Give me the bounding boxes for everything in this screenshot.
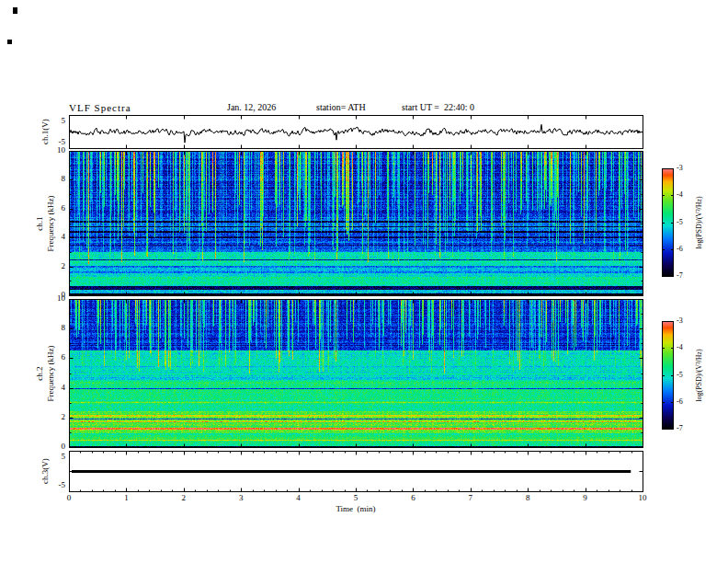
ch2-channel-label: ch.2 xyxy=(35,366,44,380)
tick-label: 8 xyxy=(526,493,530,502)
ch3-waveform-canvas xyxy=(69,451,643,492)
start-ut-label: start UT = 22:40: 0 xyxy=(402,102,474,112)
screen-artifact-1 xyxy=(13,7,17,14)
tick-label: 5 xyxy=(38,116,65,125)
tick-label: 0 xyxy=(38,442,65,451)
tick-label: 4 xyxy=(296,493,301,502)
tick-label: -4 xyxy=(677,343,683,351)
tick-label: 1 xyxy=(124,493,129,502)
tick-label: 7 xyxy=(469,493,473,502)
tick-label: -6 xyxy=(677,397,683,406)
tick-label: 8 xyxy=(38,174,65,183)
tick-label: 9 xyxy=(583,493,587,502)
tick-label: 4 xyxy=(38,383,65,392)
ch1-spectrogram-canvas xyxy=(69,151,643,296)
tick-label: -7 xyxy=(677,424,683,432)
time-axis-label: Time (min) xyxy=(336,504,375,513)
figure-title: VLF Spectra xyxy=(69,102,131,113)
vlf-spectra-figure: VLF Spectra Jan. 12, 2026 station= ATH s… xyxy=(0,0,728,563)
tick-label: 5 xyxy=(354,493,358,502)
station-label: station= ATH xyxy=(316,102,366,112)
screen-artifact-2 xyxy=(7,40,12,44)
tick-label: 10 xyxy=(38,145,65,155)
tick-label: 3 xyxy=(239,493,244,502)
tick-label: -3 xyxy=(677,316,683,325)
tick-label: 2 xyxy=(38,261,65,270)
tick-label: 5 xyxy=(38,452,65,461)
colorbar1-label: log(PSD)/(V²/Hz) xyxy=(695,196,703,249)
tick-label: 6 xyxy=(38,203,65,213)
tick-label: 2 xyxy=(182,493,187,502)
tick-label: -3 xyxy=(677,164,683,172)
tick-label: 8 xyxy=(38,323,65,332)
tick-label: 6 xyxy=(38,352,65,362)
ch1-channel-label: ch.1 xyxy=(35,216,44,230)
tick-label: -5 xyxy=(38,137,65,146)
ch1-waveform-canvas xyxy=(69,115,643,149)
tick-label: -5 xyxy=(38,480,65,489)
colorbar2-label: log(PSD)/(V²/Hz) xyxy=(695,349,703,402)
tick-label: 10 xyxy=(38,293,65,303)
tick-label: -6 xyxy=(677,245,683,253)
tick-label: 4 xyxy=(38,232,65,241)
figure-date: Jan. 12, 2026 xyxy=(227,102,276,112)
tick-label: -5 xyxy=(677,371,683,379)
tick-label: 6 xyxy=(411,493,415,502)
tick-label: 0 xyxy=(67,493,72,502)
tick-label: 2 xyxy=(38,412,65,421)
tick-label: 10 xyxy=(639,493,647,502)
ch2-spectrogram-canvas xyxy=(69,299,643,448)
tick-label: -5 xyxy=(677,218,683,226)
colorbar-ch2 xyxy=(662,321,674,430)
tick-label: -4 xyxy=(677,190,683,199)
tick-label: -7 xyxy=(677,271,683,280)
colorbar-ch1 xyxy=(662,168,674,277)
